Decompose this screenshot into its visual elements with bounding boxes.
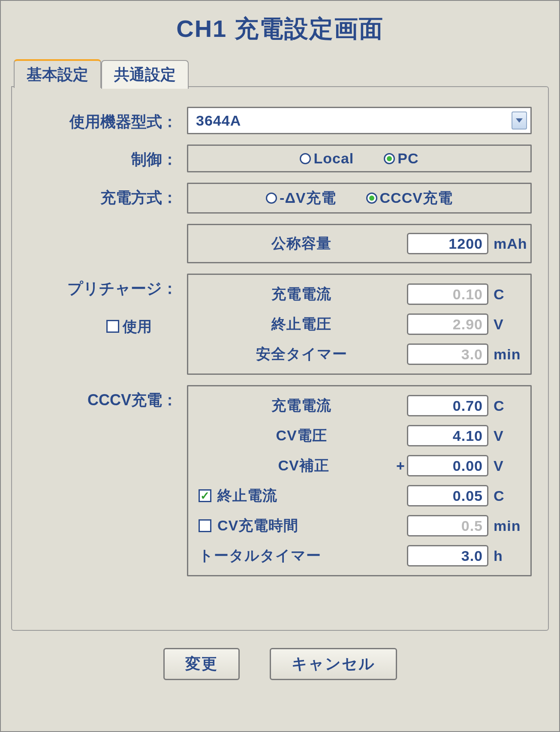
cccv-cvtime-label: CV充電時間 <box>217 516 298 536</box>
cccv-group: 充電電流 C CV電圧 V CV補正 + <box>187 385 532 576</box>
precharge-timer-label: 安全タイマー <box>196 344 407 364</box>
cccv-cvtime-label-wrap: CV充電時間 <box>196 516 407 536</box>
cccv-endc-checkbox[interactable]: ✓ <box>199 489 211 502</box>
device-model-value: 3644A <box>196 112 241 129</box>
cccv-current-input[interactable] <box>407 395 488 416</box>
radio-control-local[interactable]: Local <box>300 150 354 167</box>
radio-method-dv[interactable]: -ΔV充電 <box>266 188 336 208</box>
precharge-use-block: 使用 <box>28 317 178 336</box>
cancel-button[interactable]: キャンセル <box>270 648 397 680</box>
label-cccv: CCCV充電： <box>28 385 187 410</box>
charge-method-radio-group: -ΔV充電 CCCV充電 <box>187 183 532 214</box>
cccv-endc-label: 終止電流 <box>217 486 277 506</box>
nominal-input[interactable] <box>407 233 488 254</box>
cccv-cvv-unit: V <box>488 428 523 444</box>
cccv-corr-prefix: + <box>394 458 407 474</box>
cccv-total-input[interactable] <box>407 545 488 566</box>
label-precharge: プリチャージ： 使用 <box>28 274 187 336</box>
precharge-endv-label: 終止電圧 <box>196 314 407 334</box>
precharge-current-input[interactable] <box>407 283 488 305</box>
label-device-model: 使用機器型式： <box>28 107 187 132</box>
cccv-endc-unit: C <box>488 488 523 504</box>
cccv-cvv-label: CV電圧 <box>196 426 407 446</box>
tabs-container: 基本設定 共通設定 使用機器型式： 3644A <box>11 58 549 631</box>
radio-cccv-label: CCCV充電 <box>380 188 453 208</box>
cccv-cvtime-unit: min <box>488 518 523 534</box>
radio-local-label: Local <box>313 150 354 167</box>
precharge-timer-input[interactable] <box>407 343 488 365</box>
precharge-current-unit: C <box>488 286 523 303</box>
nominal-label: 公称容量 <box>196 234 407 253</box>
radio-circle-icon <box>266 193 277 204</box>
cccv-corr-input[interactable] <box>407 455 488 476</box>
apply-button[interactable]: 変更 <box>163 648 240 680</box>
cccv-cvtime-input[interactable] <box>407 515 488 536</box>
cccv-current-label: 充電電流 <box>196 396 407 416</box>
checkmark-icon: ✓ <box>200 490 210 501</box>
radio-circle-icon <box>300 153 311 164</box>
label-charge-method: 充電方式： <box>28 183 187 208</box>
tab-common[interactable]: 共通設定 <box>101 60 189 89</box>
cccv-current-unit: C <box>488 398 523 414</box>
radio-control-pc[interactable]: PC <box>384 150 418 167</box>
radio-circle-icon <box>366 193 377 204</box>
cccv-corr-label: CV補正 <box>196 456 394 476</box>
cccv-endc-input[interactable] <box>407 485 488 506</box>
precharge-use-checkbox[interactable] <box>106 320 119 333</box>
device-model-select[interactable]: 3644A <box>187 107 532 134</box>
precharge-endv-input[interactable] <box>407 313 488 335</box>
radio-dv-label: -ΔV充電 <box>280 188 336 208</box>
tab-panel-basic: 使用機器型式： 3644A 制御： <box>11 86 549 631</box>
label-precharge-text: プリチャージ： <box>67 280 178 297</box>
apply-button-label: 変更 <box>185 655 218 672</box>
precharge-use-label: 使用 <box>123 317 152 336</box>
device-model-dropdown-button[interactable] <box>512 111 527 130</box>
precharge-endv-unit: V <box>488 316 523 333</box>
precharge-current-label: 充電電流 <box>196 284 407 304</box>
cancel-button-label: キャンセル <box>292 655 375 672</box>
tab-basic-label: 基本設定 <box>27 66 88 83</box>
cccv-corr-unit: V <box>488 458 523 474</box>
precharge-timer-unit: min <box>488 346 523 363</box>
row-precharge: プリチャージ： 使用 充電電流 C 終止電圧 <box>28 274 532 375</box>
radio-dot-icon <box>387 156 392 161</box>
tab-basic[interactable]: 基本設定 <box>14 59 101 88</box>
cccv-cvtime-checkbox[interactable] <box>199 519 211 532</box>
cccv-total-label: トータルタイマー <box>196 546 407 566</box>
button-row: 変更 キャンセル <box>11 648 549 680</box>
radio-pc-label: PC <box>397 150 418 167</box>
row-cccv: CCCV充電： 充電電流 C CV電圧 V <box>28 385 532 576</box>
radio-dot-icon <box>369 196 374 201</box>
dialog-window: CH1 充電設定画面 基本設定 共通設定 使用機器型式： 3644A <box>0 0 560 732</box>
tab-common-label: 共通設定 <box>114 66 176 83</box>
control-radio-group: Local PC <box>187 145 532 172</box>
precharge-group: 充電電流 C 終止電圧 V 安全タイマー min <box>187 274 532 375</box>
row-device-model: 使用機器型式： 3644A <box>28 107 532 134</box>
cccv-endc-label-wrap: ✓ 終止電流 <box>196 486 407 506</box>
chevron-down-icon <box>516 118 523 123</box>
row-control: 制御： Local PC <box>28 145 532 172</box>
cccv-total-unit: h <box>488 548 523 564</box>
label-nominal-empty <box>28 224 187 229</box>
row-nominal: 公称容量 mAh <box>28 224 532 263</box>
row-charge-method: 充電方式： -ΔV充電 CCCV充電 <box>28 183 532 214</box>
dialog-title: CH1 充電設定画面 <box>11 13 549 45</box>
radio-method-cccv[interactable]: CCCV充電 <box>366 188 453 208</box>
nominal-unit: mAh <box>488 235 523 252</box>
nominal-group: 公称容量 mAh <box>187 224 532 263</box>
tab-row: 基本設定 共通設定 <box>14 58 549 87</box>
label-control: 制御： <box>28 145 187 170</box>
cccv-cvv-input[interactable] <box>407 425 488 446</box>
radio-circle-icon <box>384 153 395 164</box>
